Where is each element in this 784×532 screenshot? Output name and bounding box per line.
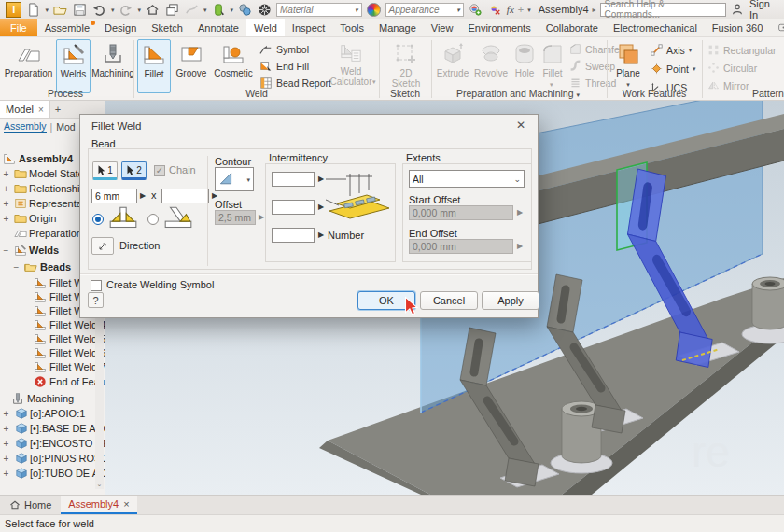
tab-electromechanical[interactable]: Electromechanical (606, 19, 705, 36)
symbol-button[interactable]: Symbol (259, 41, 309, 57)
tab-inspect[interactable]: Inspect (285, 19, 332, 36)
leg-size-2-field[interactable] (161, 189, 209, 203)
axis-button[interactable]: Axis▾ (651, 42, 692, 58)
qat-customize-dropdown[interactable]: ▾ (527, 7, 531, 13)
tree-item-encosto-de-aco[interactable]: + [•]:ENCOSTO DE ACO:1 (0, 437, 105, 451)
revolve-button[interactable]: Revolve (472, 39, 510, 93)
new-file-icon[interactable] (25, 2, 41, 18)
tree-item-fillet-weld-5[interactable]: Fillet Weld 5 (0, 332, 105, 346)
extrude-button[interactable]: Extrude (435, 39, 470, 93)
tree-item-end-of-features[interactable]: End of Features (0, 375, 105, 389)
save-icon[interactable] (72, 2, 88, 18)
intermittency-number-field[interactable] (272, 228, 315, 243)
tab-design[interactable]: Design (97, 19, 144, 36)
appearance-select[interactable]: Appearance▾ (385, 3, 464, 17)
intermittency-pitch-field[interactable] (272, 200, 315, 215)
search-input[interactable]: Search Help & Commands... (600, 3, 726, 17)
subtab-modeling[interactable]: Mod (56, 121, 75, 133)
tab-sketch[interactable]: Sketch (144, 19, 190, 36)
chain-checkbox[interactable]: ✓ (154, 165, 165, 176)
tree-item-machining[interactable]: Machining (0, 392, 105, 406)
end-fill-button[interactable]: End Fill (259, 58, 309, 74)
switch-windows-icon[interactable] (164, 2, 180, 18)
flyout-arrow-icon[interactable]: ▶ (517, 243, 523, 250)
tree-item-tubo-de-aco[interactable]: + [o]:TUBO DE ACO:1 (0, 467, 105, 481)
inventor-logo-icon[interactable]: I (6, 2, 21, 18)
render-wheel-icon[interactable] (257, 2, 273, 18)
flyout-arrow-icon[interactable]: ▶ (318, 231, 324, 239)
cosmetic-weld-button[interactable]: Cosmetic (212, 39, 255, 93)
tab-manage[interactable]: Manage (371, 19, 424, 36)
sign-in-button[interactable]: Sign In (749, 0, 778, 21)
hole-button[interactable]: Hole (511, 39, 538, 93)
weld-type-radio-2[interactable] (147, 214, 159, 225)
iproperties-icon[interactable] (211, 2, 227, 18)
fx-parameters-button[interactable]: fx (507, 4, 514, 15)
material-select[interactable]: Material▾ (276, 3, 362, 17)
tree-item-fillet-weld-4[interactable]: Fillet Weld 4 (0, 318, 105, 332)
tab-environments[interactable]: Environments (460, 19, 538, 36)
browser-add-tab-button[interactable]: + (50, 101, 65, 118)
select-faces-2-button[interactable]: 2 (121, 161, 147, 180)
tab-file[interactable]: File (0, 19, 37, 36)
tree-item-base-de-aco[interactable]: + [•]:BASE DE ACO:1 (0, 422, 105, 436)
scroll-down-icon[interactable]: ⌄ (95, 479, 104, 489)
add-qat-button[interactable]: + (518, 4, 524, 15)
welds-button[interactable]: Welds (56, 39, 91, 93)
create-welding-symbol-checkbox[interactable] (91, 280, 102, 291)
2d-sketch-button[interactable]: 2D Sketch (385, 39, 427, 93)
tab-view[interactable]: View (424, 19, 461, 36)
sketch-mode-dropdown[interactable]: ▾ (203, 7, 207, 13)
doc-arrow-icon[interactable]: ▸ (593, 6, 596, 14)
iproperties-dropdown[interactable]: ▾ (231, 7, 234, 13)
tab-weld[interactable]: Weld (246, 19, 285, 36)
offset-field[interactable]: 2,5 mm (215, 210, 256, 225)
browser-tab-model[interactable]: Model× (0, 101, 50, 118)
sweep-button[interactable]: Sweep (569, 58, 615, 74)
point-button[interactable]: Point▾ (651, 61, 695, 77)
tab-assemble[interactable]: Assemble (37, 19, 97, 36)
document-tab-assembly4[interactable]: Assembly4 × (61, 496, 136, 514)
tab-collaborate[interactable]: Collaborate (539, 19, 606, 36)
tree-item-pinos-rosqueados[interactable]: + [o]:PINOS ROSQUEADOS:1 (0, 452, 105, 466)
flyout-arrow-icon[interactable]: ▶ (259, 214, 264, 221)
close-icon[interactable]: × (123, 498, 129, 510)
new-file-dropdown[interactable]: ▾ (45, 7, 49, 13)
fillet-weld-button[interactable]: Fillet (137, 39, 171, 93)
help-button[interactable]: ? (88, 292, 104, 308)
sketch-mode-icon[interactable] (184, 2, 200, 18)
contour-dropdown[interactable]: ▾ (215, 167, 254, 191)
apply-button[interactable]: Apply (482, 291, 539, 310)
groove-weld-button[interactable]: Groove (173, 39, 210, 93)
flyout-arrow-icon[interactable]: ▶ (140, 192, 146, 200)
start-offset-field[interactable]: 0,000 mm (409, 205, 513, 220)
clear-appearance-icon[interactable] (487, 2, 503, 18)
subtab-assembly[interactable]: Assembly (4, 120, 47, 133)
tab-annotate[interactable]: Annotate (190, 19, 246, 36)
home-tab[interactable]: Home (0, 496, 61, 514)
close-icon[interactable]: × (38, 105, 44, 115)
tab-fusion360[interactable]: Fusion 360 (705, 19, 770, 36)
tab-tools[interactable]: Tools (332, 19, 371, 36)
cancel-button[interactable]: Cancel (420, 291, 478, 310)
undo-dropdown[interactable]: ▾ (111, 7, 115, 13)
ribbon-display-options[interactable]: ▾ (777, 19, 784, 36)
redo-icon[interactable] (118, 2, 133, 18)
flyout-arrow-icon[interactable]: ▶ (517, 209, 523, 217)
close-icon[interactable]: ✕ (513, 119, 528, 132)
leg-size-1-field[interactable]: 6 mm (91, 189, 137, 203)
tree-item-apoio[interactable]: + [o]:APOIO:1 (0, 407, 105, 421)
end-offset-field[interactable]: 0,000 mm (409, 239, 513, 254)
mirror-button[interactable]: Mirror (707, 77, 749, 93)
parameters-icon[interactable] (237, 2, 253, 18)
weld-calculator-button[interactable]: WeldCalculator (327, 39, 375, 93)
weld-type-radio-1[interactable] (92, 214, 104, 225)
undo-icon[interactable] (91, 2, 107, 18)
select-faces-1-button[interactable]: 1 (92, 161, 118, 180)
open-file-icon[interactable] (52, 2, 68, 18)
preparation-button[interactable]: Preparation (3, 39, 54, 93)
plane-button[interactable]: Plane▾ (611, 39, 645, 93)
redo-dropdown[interactable]: ▾ (137, 7, 141, 13)
rectangular-pattern-button[interactable]: Rectangular (707, 42, 777, 58)
extents-select[interactable]: All ⌄ (409, 170, 525, 188)
